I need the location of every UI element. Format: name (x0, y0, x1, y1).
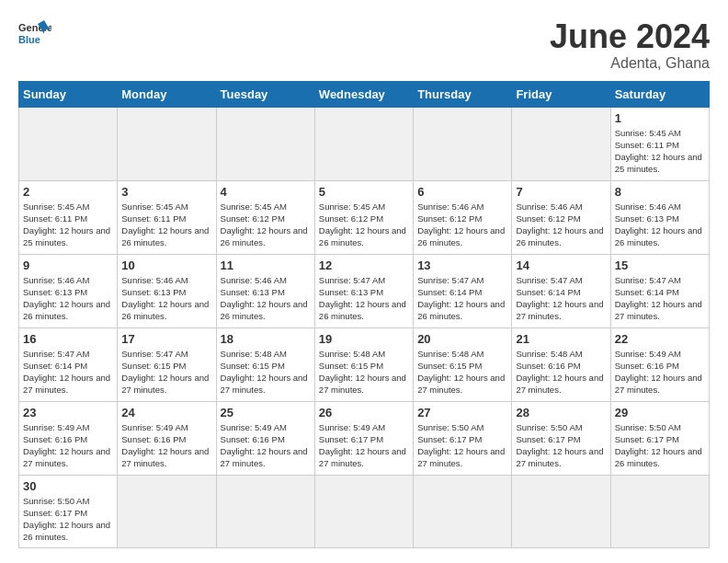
calendar-cell (414, 475, 512, 547)
day-info: Sunrise: 5:46 AMSunset: 6:13 PMDaylight:… (221, 274, 311, 323)
day-number: 18 (221, 332, 311, 346)
day-number: 21 (516, 332, 606, 346)
day-info: Sunrise: 5:45 AMSunset: 6:12 PMDaylight:… (221, 201, 311, 249)
day-number: 19 (319, 332, 409, 346)
day-info: Sunrise: 5:47 AMSunset: 6:13 PMDaylight:… (319, 274, 409, 323)
day-info: Sunrise: 5:46 AMSunset: 6:13 PMDaylight:… (615, 201, 705, 249)
calendar-cell: 1Sunrise: 5:45 AMSunset: 6:11 PMDaylight… (610, 107, 709, 180)
title-block: June 2024 Adenta, Ghana (550, 18, 710, 72)
day-info: Sunrise: 5:50 AMSunset: 6:17 PMDaylight:… (615, 421, 705, 470)
day-info: Sunrise: 5:49 AMSunset: 6:16 PMDaylight:… (23, 421, 113, 470)
calendar-cell: 2Sunrise: 5:45 AMSunset: 6:11 PMDaylight… (19, 180, 118, 254)
month-title: June 2024 (550, 18, 710, 55)
day-number: 16 (23, 332, 113, 346)
day-info: Sunrise: 5:50 AMSunset: 6:17 PMDaylight:… (516, 421, 606, 470)
day-number: 12 (319, 259, 409, 272)
calendar-cell: 26Sunrise: 5:49 AMSunset: 6:17 PMDayligh… (314, 401, 413, 475)
calendar-header-saturday: Saturday (610, 81, 709, 107)
calendar-cell: 13Sunrise: 5:47 AMSunset: 6:14 PMDayligh… (414, 254, 512, 327)
calendar-cell: 4Sunrise: 5:45 AMSunset: 6:12 PMDaylight… (216, 180, 314, 254)
calendar-week-row: 30Sunrise: 5:50 AMSunset: 6:17 PMDayligh… (19, 475, 710, 547)
day-info: Sunrise: 5:48 AMSunset: 6:16 PMDaylight:… (516, 348, 606, 396)
calendar-cell (610, 475, 709, 547)
day-info: Sunrise: 5:48 AMSunset: 6:15 PMDaylight:… (417, 348, 507, 396)
day-number: 20 (417, 332, 507, 346)
calendar-cell (414, 107, 512, 180)
day-info: Sunrise: 5:49 AMSunset: 6:16 PMDaylight:… (121, 421, 211, 470)
calendar-cell: 18Sunrise: 5:48 AMSunset: 6:15 PMDayligh… (216, 327, 314, 401)
calendar-cell (216, 475, 314, 547)
day-number: 3 (121, 185, 211, 199)
day-info: Sunrise: 5:49 AMSunset: 6:16 PMDaylight:… (615, 348, 705, 396)
calendar-cell (512, 107, 610, 180)
day-info: Sunrise: 5:47 AMSunset: 6:14 PMDaylight:… (516, 274, 606, 323)
day-number: 1 (615, 111, 705, 125)
day-info: Sunrise: 5:47 AMSunset: 6:15 PMDaylight:… (121, 348, 211, 396)
calendar-week-row: 23Sunrise: 5:49 AMSunset: 6:16 PMDayligh… (19, 401, 710, 475)
day-number: 26 (319, 406, 409, 419)
calendar-cell: 24Sunrise: 5:49 AMSunset: 6:16 PMDayligh… (118, 401, 216, 475)
day-info: Sunrise: 5:46 AMSunset: 6:12 PMDaylight:… (417, 201, 507, 249)
calendar-header-wednesday: Wednesday (314, 81, 413, 107)
day-info: Sunrise: 5:46 AMSunset: 6:13 PMDaylight:… (23, 274, 113, 323)
day-info: Sunrise: 5:47 AMSunset: 6:14 PMDaylight:… (615, 274, 705, 323)
calendar-cell: 17Sunrise: 5:47 AMSunset: 6:15 PMDayligh… (118, 327, 216, 401)
day-info: Sunrise: 5:45 AMSunset: 6:11 PMDaylight:… (615, 127, 705, 176)
calendar-cell: 23Sunrise: 5:49 AMSunset: 6:16 PMDayligh… (19, 401, 118, 475)
calendar-cell: 5Sunrise: 5:45 AMSunset: 6:12 PMDaylight… (314, 180, 413, 254)
day-number: 27 (417, 406, 507, 419)
day-number: 25 (221, 406, 311, 419)
calendar-cell: 29Sunrise: 5:50 AMSunset: 6:17 PMDayligh… (610, 401, 709, 475)
calendar-cell: 6Sunrise: 5:46 AMSunset: 6:12 PMDaylight… (414, 180, 512, 254)
day-info: Sunrise: 5:46 AMSunset: 6:12 PMDaylight:… (516, 201, 606, 249)
calendar-cell: 19Sunrise: 5:48 AMSunset: 6:15 PMDayligh… (314, 327, 413, 401)
calendar-week-row: 2Sunrise: 5:45 AMSunset: 6:11 PMDaylight… (19, 180, 710, 254)
calendar-cell: 16Sunrise: 5:47 AMSunset: 6:14 PMDayligh… (19, 327, 118, 401)
calendar-cell: 14Sunrise: 5:47 AMSunset: 6:14 PMDayligh… (512, 254, 610, 327)
day-number: 15 (615, 259, 705, 272)
day-info: Sunrise: 5:48 AMSunset: 6:15 PMDaylight:… (221, 348, 311, 396)
day-info: Sunrise: 5:50 AMSunset: 6:17 PMDaylight:… (417, 421, 507, 470)
calendar-cell (118, 107, 216, 180)
day-info: Sunrise: 5:50 AMSunset: 6:17 PMDaylight:… (23, 495, 113, 544)
calendar-cell: 3Sunrise: 5:45 AMSunset: 6:11 PMDaylight… (118, 180, 216, 254)
calendar-header-row: SundayMondayTuesdayWednesdayThursdayFrid… (19, 81, 710, 107)
day-number: 8 (615, 185, 705, 199)
calendar-week-row: 9Sunrise: 5:46 AMSunset: 6:13 PMDaylight… (19, 254, 710, 327)
calendar-header-monday: Monday (118, 81, 216, 107)
calendar-cell: 7Sunrise: 5:46 AMSunset: 6:12 PMDaylight… (512, 180, 610, 254)
calendar-table: SundayMondayTuesdayWednesdayThursdayFrid… (18, 81, 710, 548)
calendar-cell (512, 475, 610, 547)
day-info: Sunrise: 5:49 AMSunset: 6:16 PMDaylight:… (221, 421, 311, 470)
day-number: 6 (417, 185, 507, 199)
calendar-cell: 8Sunrise: 5:46 AMSunset: 6:13 PMDaylight… (610, 180, 709, 254)
svg-text:Blue: Blue (18, 34, 40, 45)
calendar-cell (216, 107, 314, 180)
day-info: Sunrise: 5:49 AMSunset: 6:17 PMDaylight:… (319, 421, 409, 470)
logo: General Blue (18, 18, 51, 52)
calendar-cell: 21Sunrise: 5:48 AMSunset: 6:16 PMDayligh… (512, 327, 610, 401)
calendar-cell: 11Sunrise: 5:46 AMSunset: 6:13 PMDayligh… (216, 254, 314, 327)
day-number: 28 (516, 406, 606, 419)
day-info: Sunrise: 5:45 AMSunset: 6:11 PMDaylight:… (121, 201, 211, 249)
calendar-header-sunday: Sunday (19, 81, 118, 107)
day-number: 13 (417, 259, 507, 272)
calendar-cell: 28Sunrise: 5:50 AMSunset: 6:17 PMDayligh… (512, 401, 610, 475)
day-number: 30 (23, 479, 113, 493)
day-number: 24 (121, 406, 211, 419)
day-number: 17 (121, 332, 211, 346)
day-number: 11 (221, 259, 311, 272)
calendar-cell: 20Sunrise: 5:48 AMSunset: 6:15 PMDayligh… (414, 327, 512, 401)
calendar-cell: 10Sunrise: 5:46 AMSunset: 6:13 PMDayligh… (118, 254, 216, 327)
day-number: 5 (319, 185, 409, 199)
day-info: Sunrise: 5:48 AMSunset: 6:15 PMDaylight:… (319, 348, 409, 396)
day-info: Sunrise: 5:47 AMSunset: 6:14 PMDaylight:… (23, 348, 113, 396)
day-info: Sunrise: 5:45 AMSunset: 6:12 PMDaylight:… (319, 201, 409, 249)
day-info: Sunrise: 5:46 AMSunset: 6:13 PMDaylight:… (121, 274, 211, 323)
calendar-cell: 27Sunrise: 5:50 AMSunset: 6:17 PMDayligh… (414, 401, 512, 475)
calendar-header-thursday: Thursday (414, 81, 512, 107)
calendar-cell (314, 475, 413, 547)
calendar-cell: 12Sunrise: 5:47 AMSunset: 6:13 PMDayligh… (314, 254, 413, 327)
day-info: Sunrise: 5:45 AMSunset: 6:11 PMDaylight:… (23, 201, 113, 249)
day-number: 23 (23, 406, 113, 419)
